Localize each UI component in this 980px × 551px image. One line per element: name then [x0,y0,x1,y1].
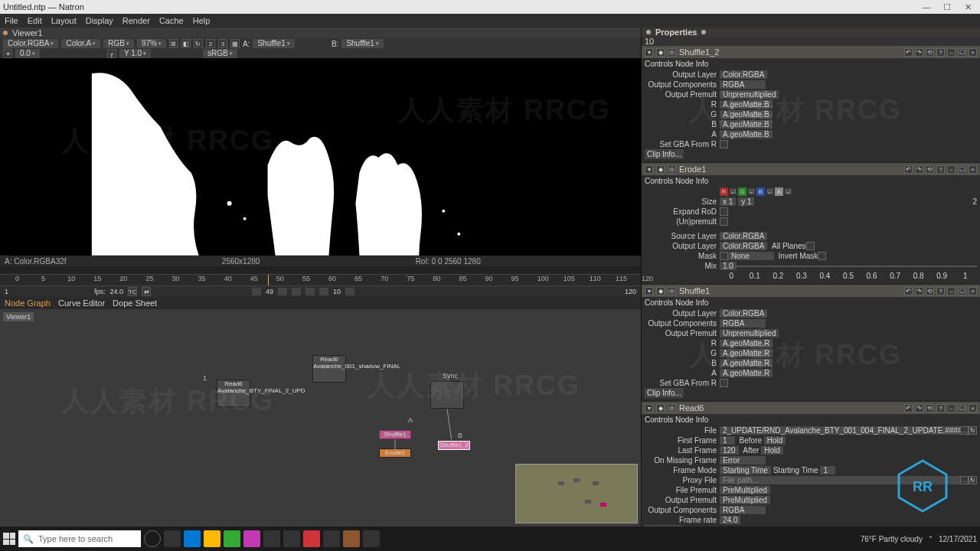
node-shuffle1[interactable]: Shuffle1 [379,430,411,439]
reload-icon[interactable]: ↻ [969,426,977,435]
channel-a[interactable]: A [775,187,783,196]
wipe-icon[interactable]: ▦ [230,39,240,48]
help-icon[interactable]: ? [936,165,945,174]
menu-render[interactable]: Render [122,16,150,25]
weather-widget[interactable]: 76°F Partly cloudy [861,535,923,543]
reset-icon[interactable]: ⟲ [926,48,934,57]
playhead[interactable] [268,275,269,285]
menu-layout[interactable]: Layout [51,16,77,25]
last-frame-icon[interactable] [345,288,354,295]
node-graph[interactable]: Viewer1 Read6 Avalanche_BTY_FINAL_2_UPD … [0,309,641,527]
property-value[interactable]: Unpremultiplied [720,90,779,99]
zoom-dropdown[interactable]: 97% [137,39,166,48]
clip-info-button[interactable]: Clip Info... [645,388,684,398]
roi-icon[interactable]: 3 [218,39,227,48]
loop-icon[interactable]: TC [128,287,137,296]
node-read-a[interactable]: Read6 Avalanche_BTY_FINAL_2_UPD [217,380,250,407]
play-back-icon[interactable] [292,288,301,295]
collapse-icon[interactable]: ▾ [645,404,653,412]
panel-section[interactable]: Controls Node Info [642,175,980,185]
render-icon[interactable]: ↻ [194,39,203,48]
property-value[interactable]: Unpremultiplied [720,329,779,337]
wipe-b-dropdown[interactable]: Shuffle1 [341,39,384,48]
center-icon[interactable]: ◎ [668,48,676,57]
node-shuffle1-2[interactable]: Shuffle1_2 [438,441,470,450]
gain-field[interactable]: 0.0 [15,49,40,58]
undo-icon[interactable]: ↶ [904,404,913,412]
maximize-button[interactable]: ☐ [938,2,956,12]
gamma-field[interactable]: Y 1.0 [119,49,151,58]
checkbox[interactable] [818,252,826,260]
proxy-icon[interactable]: ◧ [181,39,191,48]
undo-icon[interactable]: ↶ [904,165,913,174]
app-icon[interactable] [224,530,240,547]
next-key-icon[interactable] [319,288,328,295]
close-button[interactable]: ✕ [959,2,977,12]
cortana-icon[interactable] [144,530,161,547]
system-tray[interactable]: 76°F Partly cloudy ˄ 12/17/2021 [861,535,977,543]
panel-section[interactable]: Controls Node Info [642,297,980,307]
clip-info-button[interactable]: Clip Info... [645,149,684,159]
timeline[interactable]: 0510152025303540455055606570758085909510… [0,274,641,286]
app-icon[interactable] [303,530,320,547]
checkbox[interactable] [720,379,728,387]
reset-icon[interactable]: ⟲ [926,404,934,412]
minimize-button[interactable]: — [917,2,936,11]
help-icon[interactable]: ? [936,287,945,295]
menu-help[interactable]: Help [193,16,211,25]
panel-header[interactable]: ▾◆◎Shuffle1↶↷⟲?–☐× [642,285,980,297]
tab-nodegraph[interactable]: Node Graph [5,298,51,308]
close-panel-icon[interactable]: × [969,404,977,412]
layer-b-dropdown[interactable]: Color.A [61,39,100,48]
time-selector[interactable] [0,266,641,274]
node-read-sync[interactable] [430,381,464,409]
app-icon[interactable] [243,530,260,547]
start-button[interactable] [3,533,15,545]
menu-cache[interactable]: Cache [159,16,184,25]
menu-display[interactable]: Display [86,16,113,25]
property-value[interactable]: A.geoMatte.R [720,369,773,377]
channel-b[interactable]: B [756,187,765,196]
float-icon[interactable]: ☐ [958,287,966,295]
tab-curve-editor[interactable]: Curve Editor [58,298,105,308]
undo-icon[interactable]: ↶ [904,48,913,57]
gain-icon[interactable]: ☀ [3,49,12,58]
float-icon[interactable]: ☐ [958,404,966,412]
property-value[interactable]: A.geoMatte.R [720,339,773,347]
tripoint-icon[interactable]: ⇄ [142,287,151,296]
collapse-icon[interactable]: ▾ [645,287,653,295]
app-icon[interactable] [283,530,300,547]
app-icon[interactable] [363,530,380,547]
property-value[interactable]: RGBA [720,80,766,89]
lut-dropdown[interactable]: sRGB [203,49,237,58]
close-panel-icon[interactable]: × [969,165,977,174]
property-value[interactable]: RGBA [720,319,766,328]
prev-key-icon[interactable] [278,288,287,295]
checkbox[interactable] [806,242,815,250]
collapse-icon[interactable]: ▾ [645,165,653,174]
first-frame-icon[interactable] [252,288,261,295]
center-icon[interactable]: ◎ [668,404,676,412]
channel-g[interactable]: G [738,187,746,196]
node-color-icon[interactable]: ◆ [656,165,665,174]
redo-icon[interactable]: ↷ [915,48,923,57]
float-icon[interactable]: ☐ [958,48,966,57]
viewer-tab-label[interactable]: Viewer1 [12,28,43,37]
app-icon[interactable] [184,530,201,547]
app-icon[interactable] [263,530,280,547]
property-value[interactable]: A.geoMatte.R [720,349,773,357]
float-icon[interactable]: ☐ [958,165,966,174]
tab-dope-sheet[interactable]: Dope Sheet [113,298,157,308]
gamma-icon[interactable]: γ [107,49,116,58]
app-icon[interactable] [323,530,340,547]
clock[interactable]: 12/17/2021 [939,535,977,543]
panel-header[interactable]: ▾◆◎Read6↶↷⟲?–☐× [642,402,980,414]
play-fwd-icon[interactable] [305,288,315,295]
redo-icon[interactable]: ↷ [915,404,923,412]
fps-value[interactable]: 24.0 [110,288,124,295]
property-value[interactable]: Color.RGBA [720,70,767,79]
property-value[interactable]: A.geoMatte.B [720,120,773,129]
taskview-icon[interactable] [164,530,181,547]
channel-r[interactable]: R [720,187,728,196]
minimap[interactable] [515,464,638,523]
